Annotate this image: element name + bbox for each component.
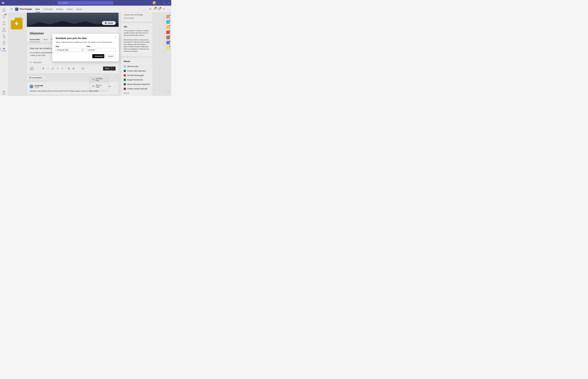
nav-tab-answers[interactable]: Answers: [76, 6, 82, 12]
numbered-list-icon: [61, 68, 63, 69]
modal-description: Select a date and time to publish your p…: [56, 41, 116, 43]
engage-icon: [3, 47, 5, 50]
contact-avatar[interactable]: [166, 36, 170, 39]
save-draft-item[interactable]: Save as Draft: [90, 83, 108, 89]
pinned-item[interactable]: Contoso monthly report.pdf: [124, 87, 150, 91]
rail-calendar[interactable]: Calendar: [0, 26, 8, 33]
post-more-button[interactable]: ⋮: [114, 85, 116, 88]
excel-icon: [124, 79, 126, 81]
date-input[interactable]: Fri Aug 30 2023: [56, 48, 85, 52]
attach-chevron[interactable]: [76, 66, 80, 71]
bullet-list-button[interactable]: [55, 66, 60, 71]
rail-chat[interactable]: 1 Chat: [0, 13, 8, 20]
contact-avatar[interactable]: [166, 41, 170, 45]
contact-avatar[interactable]: [166, 15, 170, 18]
contact-avatar[interactable]: [166, 20, 170, 24]
more-options-button[interactable]: ⋯: [148, 2, 151, 4]
pinned-item[interactable]: Contoso Start Dates.docx: [124, 69, 150, 73]
rail-activity[interactable]: Activity: [0, 7, 8, 13]
discussion-type-button[interactable]: 💬: [30, 66, 34, 71]
gif-button[interactable]: GIF: [81, 66, 85, 71]
maximize-button[interactable]: ◻: [163, 2, 165, 4]
hamburger-button[interactable]: [10, 8, 13, 11]
contact-avatar[interactable]: [166, 25, 170, 29]
post-options-button[interactable]: [111, 66, 116, 71]
italic-button[interactable]: I: [46, 66, 50, 71]
chevron-left-icon: [12, 17, 14, 19]
user-avatar[interactable]: [153, 1, 156, 4]
notif-count: 12: [155, 7, 157, 8]
link-button[interactable]: [50, 66, 55, 71]
save-icon: [93, 85, 94, 87]
joined-button[interactable]: Joined: [102, 21, 116, 25]
numbered-list-button[interactable]: [60, 66, 64, 71]
svg-rect-4: [3, 28, 5, 30]
ppt-icon: [124, 74, 126, 76]
rail-engage[interactable]: Engage: [0, 46, 8, 53]
schedule-post-item[interactable]: Schedule Post: [90, 76, 108, 83]
nav-tab-communities[interactable]: Communities: [43, 6, 53, 12]
type-chevron[interactable]: [34, 66, 39, 71]
nav-tab-leaders[interactable]: Leaders: [67, 6, 73, 12]
search-input[interactable]: Search: [57, 1, 113, 5]
tab-about[interactable]: About: [43, 37, 48, 42]
composer-toolbar: 💬 B I GIF Post: [30, 65, 116, 71]
chevron-down-icon: [78, 68, 79, 69]
rail-more[interactable]: ⋯: [0, 53, 8, 59]
image-button[interactable]: [67, 66, 71, 71]
contacts-rail: [165, 13, 171, 96]
time-input[interactable]: 12:00 AM: [87, 48, 116, 52]
schedule-button[interactable]: Schedule: [92, 54, 104, 58]
chevron-down-icon: [36, 68, 37, 69]
svg-point-1: [3, 2, 4, 3]
sort-button[interactable]: [117, 76, 119, 80]
rail-teams[interactable]: Teams: [0, 20, 8, 26]
cancel-button[interactable]: Cancel: [106, 54, 116, 58]
pinned-item[interactable]: Women @Contoso SharePoint: [124, 82, 150, 87]
conversation-filter[interactable]: All Conversations: [27, 76, 47, 80]
time-label: Time: [87, 46, 116, 47]
bell-icon: [3, 8, 5, 11]
notifications-button[interactable]: 12: [154, 8, 156, 11]
post-author-name[interactable]: Cecil Folk: [35, 85, 43, 87]
modal-close-button[interactable]: [115, 36, 116, 39]
edit-description-link[interactable]: Edit description: [124, 17, 150, 19]
post-button[interactable]: Post: [103, 66, 111, 71]
post-options-menu: Schedule Post Save as Draft: [90, 75, 108, 90]
nav-back-button[interactable]: [47, 1, 51, 5]
back-button[interactable]: [11, 16, 15, 20]
inbox-button[interactable]: 5: [158, 8, 160, 11]
nav-forward-button[interactable]: [52, 1, 56, 5]
share-button[interactable]: [162, 8, 165, 11]
tab-conversation[interactable]: Conversation: [30, 37, 40, 42]
contact-avatar[interactable]: [166, 46, 170, 50]
pinned-item[interactable]: Budget Overview.xlsx: [124, 78, 150, 82]
more-icon: ⋯: [3, 55, 5, 57]
chevron-down-icon: [113, 49, 114, 51]
overflow-button[interactable]: ⋯: [167, 8, 169, 10]
calendar-icon: [3, 28, 5, 30]
close-button[interactable]: ✕: [167, 2, 170, 4]
collapse-rail-button[interactable]: [167, 91, 169, 94]
hamburger-icon: [10, 8, 13, 10]
bold-button[interactable]: B: [41, 66, 45, 71]
info-title: Info: [124, 26, 150, 28]
engage-logo-icon: [15, 8, 18, 11]
post-author-avatar[interactable]: [30, 84, 33, 88]
minimize-button[interactable]: ─: [158, 2, 160, 4]
rail-store[interactable]: Store: [0, 89, 8, 96]
pinned-item[interactable]: Welcome video: [124, 64, 150, 69]
search-button[interactable]: [149, 8, 151, 11]
contact-avatar[interactable]: [166, 31, 170, 34]
rail-calls[interactable]: Calls: [0, 33, 8, 39]
attach-button[interactable]: [71, 66, 76, 71]
view-all-link[interactable]: View all: [124, 92, 150, 94]
pinned-item[interactable]: Q4 OKR Planning.pptx: [124, 73, 150, 78]
nav-tab-storylines[interactable]: Storylines: [56, 6, 63, 12]
rail-files[interactable]: Files: [0, 39, 8, 46]
add-people-button[interactable]: Add people: [30, 61, 116, 63]
desc-fragment: company news and strategy.: [124, 14, 150, 16]
svg-rect-15: [93, 79, 94, 80]
share-icon: [162, 8, 165, 10]
nav-tab-home[interactable]: Home: [35, 6, 40, 12]
